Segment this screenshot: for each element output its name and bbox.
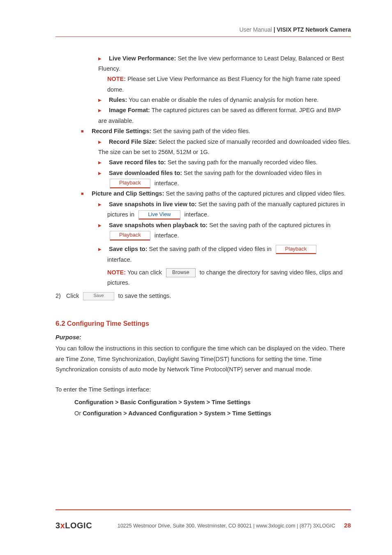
text-interface-2: interface. <box>184 211 209 218</box>
note-browse-label: NOTE: <box>107 269 126 276</box>
bullet-save-snapshots-live: Save snapshots in live view to: Set the … <box>98 199 351 210</box>
playback-button-1[interactable]: Playback <box>110 179 150 189</box>
text-interface-1: interface. <box>154 180 179 187</box>
label-record-file-settings: Record File Settings: <box>92 128 151 134</box>
section-6-2-title: Configuring Time Settings <box>65 320 149 327</box>
row-playback-interface-2: Playback interface. <box>107 230 351 241</box>
step-2: 2) Click Save to save the settings. <box>55 291 351 301</box>
step-2-pre: Click <box>66 292 81 299</box>
text-snap-playback: Set the saving path of the captured pict… <box>208 222 330 228</box>
playback-button-1-label: Playback <box>119 180 141 186</box>
step-2-num: 2) <box>55 291 65 301</box>
bullet-live-view-performance: Live View Performance: Set the live view… <box>98 53 351 74</box>
or-text: Or <box>74 410 83 417</box>
logo-3: 3 <box>55 521 60 530</box>
to-enter-time-settings: To enter the Time Settings interface: <box>55 385 351 395</box>
text-picture-clip: Set the saving paths of the captured pic… <box>164 190 346 197</box>
bullet-record-file-size: Record File Size: Select the packed size… <box>98 137 351 158</box>
logo-x: x <box>60 521 65 530</box>
section-6-2-heading: 6.2 Configuring Time Settings <box>55 318 351 330</box>
text-rules: You can enable or disable the rules of d… <box>127 97 318 103</box>
bullet-record-file-settings: Record File Settings: Set the saving pat… <box>81 126 351 136</box>
text-snap-live: Set the saving path of the manually capt… <box>197 201 345 207</box>
bullet-save-snapshots-playback: Save snapshots when playback to: Set the… <box>98 220 351 230</box>
header-rule <box>55 37 351 37</box>
note-live-view: NOTE: Please set Live View Performance a… <box>107 74 351 95</box>
bullet-save-clips: Save clips to: Set the saving path of th… <box>98 244 351 254</box>
liveview-button[interactable]: Live View <box>138 210 180 220</box>
playback-button-2[interactable]: Playback <box>110 231 150 241</box>
label-snap-live: Save snapshots in live view to: <box>109 201 197 207</box>
bullet-image-format: Image Format: The captured pictures can … <box>98 105 351 126</box>
text-interface-3: interface. <box>154 232 179 239</box>
playback-button-2-label: Playback <box>119 232 141 238</box>
text-save-clips: Set the saving path of the clipped video… <box>148 246 273 252</box>
liveview-button-label: Live View <box>148 211 171 217</box>
note-browse-pre: You can click <box>126 269 164 276</box>
label-picture-clip: Picture and Clip Settings: <box>92 190 164 197</box>
row-playback-interface-1: Playback interface. <box>107 178 351 189</box>
bullet-save-downloaded-files: Save downloaded files to: Set the saving… <box>98 168 351 178</box>
logo-3xlogic: 3xLOGIC <box>55 518 92 533</box>
save-button-label: Save <box>93 293 104 298</box>
browse-button-label: Browse <box>172 269 189 275</box>
section-6-2-num: 6.2 <box>55 320 65 327</box>
text-save-downloaded: Set the saving path for the downloaded v… <box>182 170 321 176</box>
footer-address-text: 10225 Westmoor Drive, Suite 300, Westmin… <box>118 523 335 529</box>
logo-logic: LOGIC <box>65 521 92 530</box>
page-footer: 3xLOGIC 10225 Westmoor Drive, Suite 300,… <box>55 509 351 533</box>
page-header: User Manual | VISIX PTZ Network Camera <box>55 25 351 37</box>
playback-button-3[interactable]: Playback <box>276 245 316 255</box>
config-path-2: Configuration > Advanced Configuration >… <box>83 410 271 417</box>
browse-button[interactable]: Browse <box>166 268 196 277</box>
header-usermanual: User Manual <box>239 26 272 33</box>
row-liveview-interface: pictures in Live View interface. <box>107 210 351 220</box>
text-save-record-files: Set the saving path for the manually rec… <box>166 159 318 166</box>
label-rules: Rules: <box>109 97 127 103</box>
playback-button-3-label: Playback <box>285 246 307 252</box>
bullet-picture-clip-settings: Picture and Clip Settings: Set the savin… <box>81 189 351 199</box>
label-save-clips: Save clips to: <box>109 246 147 252</box>
label-live-view-performance: Live View Performance: <box>109 55 176 62</box>
step-2-post: to save the settings. <box>118 292 171 299</box>
config-path-1: Configuration > Basic Configuration > Sy… <box>74 399 251 405</box>
label-save-record-files: Save record files to: <box>109 159 166 166</box>
section-6-2-body: You can follow the instructions in this … <box>55 343 351 375</box>
page-number: 28 <box>344 522 351 529</box>
save-button[interactable]: Save <box>83 292 114 300</box>
header-product: | VISIX PTZ Network Camera <box>274 26 351 33</box>
bullet-rules: Rules: You can enable or disable the rul… <box>98 95 351 105</box>
label-snap-playback: Save snapshots when playback to: <box>109 222 208 228</box>
purpose-label: Purpose: <box>55 332 351 343</box>
config-paths: Configuration > Basic Configuration > Sy… <box>74 397 351 419</box>
note-label: NOTE: <box>107 76 126 82</box>
bullet-save-record-files: Save record files to: Set the saving pat… <box>98 157 351 168</box>
label-save-downloaded: Save downloaded files to: <box>109 170 182 176</box>
footer-address: 10225 Westmoor Drive, Suite 300, Westmin… <box>118 520 351 531</box>
text-pictures-in: pictures in <box>107 211 136 218</box>
footer-rule <box>55 509 351 510</box>
label-image-format: Image Format: <box>109 107 150 113</box>
text-save-clips-trailing: interface. <box>107 255 351 265</box>
text-record-file-settings: Set the saving path of the video files. <box>151 128 250 134</box>
label-record-file-size: Record File Size: <box>109 138 157 145</box>
note-live-view-text: Please set Live View Performance as Best… <box>107 76 340 92</box>
note-browse: NOTE: You can click Browse to change the… <box>107 267 351 288</box>
